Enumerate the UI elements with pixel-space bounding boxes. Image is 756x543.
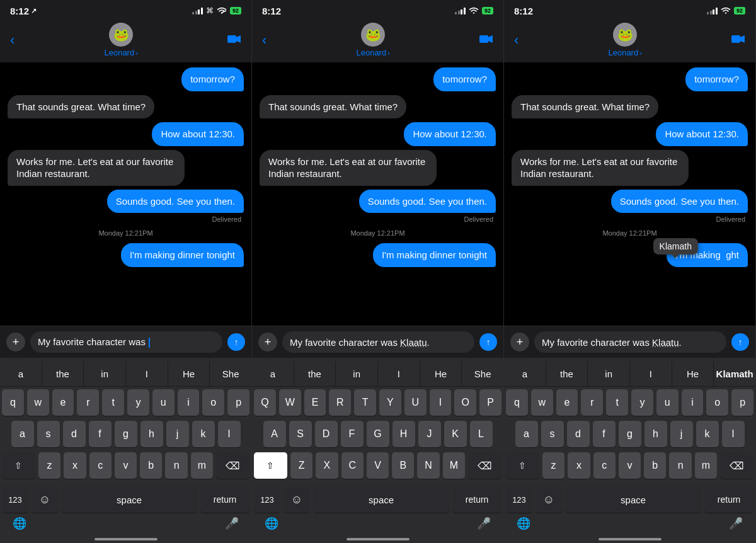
autocorrect-popup[interactable]: Klamath bbox=[653, 238, 698, 254]
num-key[interactable]: 123 bbox=[254, 486, 280, 513]
back-button-2[interactable]: ‹ bbox=[262, 32, 266, 49]
suggestion-item[interactable]: the bbox=[42, 362, 84, 386]
message-input-3[interactable]: My favorite character was Klaatu. bbox=[534, 331, 726, 353]
key-y[interactable]: y bbox=[631, 389, 653, 416]
video-call-button-2[interactable] bbox=[479, 33, 493, 47]
key-x[interactable]: x bbox=[64, 452, 86, 479]
emoji-key[interactable]: ☺ bbox=[284, 486, 310, 513]
key-E[interactable]: E bbox=[304, 389, 326, 416]
key-H[interactable]: H bbox=[392, 421, 415, 447]
key-Z[interactable]: Z bbox=[290, 452, 312, 479]
globe-icon[interactable]: 🌐 bbox=[517, 517, 530, 530]
key-I[interactable]: I bbox=[430, 389, 452, 416]
key-i[interactable]: i bbox=[178, 389, 200, 416]
shift-key[interactable]: ⇧ bbox=[254, 452, 287, 479]
key-U[interactable]: U bbox=[404, 389, 427, 416]
key-k[interactable]: k bbox=[696, 421, 719, 447]
space-key[interactable]: space bbox=[61, 486, 197, 513]
suggestion-item[interactable]: a bbox=[504, 362, 546, 386]
key-z[interactable]: z bbox=[542, 452, 564, 479]
key-a[interactable]: a bbox=[11, 421, 34, 447]
add-attachment-button-3[interactable]: + bbox=[510, 333, 529, 352]
key-G[interactable]: G bbox=[367, 421, 389, 447]
key-r[interactable]: r bbox=[77, 389, 99, 416]
suggestion-item[interactable]: I bbox=[630, 362, 672, 386]
suggestion-item[interactable]: a bbox=[0, 362, 42, 386]
key-Q[interactable]: Q bbox=[254, 389, 276, 416]
key-a[interactable]: a bbox=[515, 421, 538, 447]
key-h[interactable]: h bbox=[644, 421, 667, 447]
key-b[interactable]: b bbox=[140, 452, 162, 479]
key-R[interactable]: R bbox=[329, 389, 351, 416]
key-b[interactable]: b bbox=[644, 452, 666, 479]
back-button-3[interactable]: ‹ bbox=[514, 32, 518, 49]
mic-icon[interactable]: 🎤 bbox=[225, 517, 239, 530]
key-n[interactable]: n bbox=[669, 452, 691, 479]
key-N[interactable]: N bbox=[417, 452, 439, 479]
key-T[interactable]: T bbox=[354, 389, 376, 416]
send-button-2[interactable]: ↑ bbox=[479, 333, 497, 351]
return-key[interactable]: return bbox=[704, 486, 753, 513]
contact-header-2[interactable]: 🐸 Leonard › bbox=[356, 23, 389, 57]
key-r[interactable]: r bbox=[581, 389, 603, 416]
emoji-key[interactable]: ☺ bbox=[32, 486, 58, 513]
key-o[interactable]: o bbox=[706, 389, 728, 416]
key-s[interactable]: s bbox=[541, 421, 564, 447]
shift-key[interactable]: ⇧ bbox=[2, 452, 35, 479]
delete-key[interactable]: ⌫ bbox=[216, 452, 249, 479]
key-B[interactable]: B bbox=[392, 452, 414, 479]
mic-icon[interactable]: 🎤 bbox=[729, 517, 743, 530]
key-j[interactable]: j bbox=[166, 421, 189, 447]
delete-key[interactable]: ⌫ bbox=[468, 452, 501, 479]
suggestion-item[interactable]: He bbox=[672, 362, 714, 386]
suggestion-item[interactable]: She bbox=[462, 362, 503, 386]
key-c[interactable]: c bbox=[89, 452, 112, 479]
add-attachment-button-2[interactable]: + bbox=[258, 333, 277, 352]
suggestion-item[interactable]: in bbox=[84, 362, 126, 386]
suggestion-item[interactable]: in bbox=[588, 362, 630, 386]
num-key[interactable]: 123 bbox=[506, 486, 532, 513]
back-button-1[interactable]: ‹ bbox=[10, 32, 14, 49]
return-key[interactable]: return bbox=[200, 486, 249, 513]
key-S[interactable]: S bbox=[289, 421, 312, 447]
key-L[interactable]: L bbox=[470, 421, 493, 447]
key-e[interactable]: e bbox=[556, 389, 578, 416]
suggestion-item[interactable]: She bbox=[210, 362, 251, 386]
key-v[interactable]: v bbox=[619, 452, 641, 479]
key-i[interactable]: i bbox=[682, 389, 704, 416]
key-h[interactable]: h bbox=[140, 421, 163, 447]
message-input-2[interactable]: My favorite character was Klaatu. bbox=[282, 331, 474, 353]
video-call-button-1[interactable] bbox=[227, 33, 241, 47]
key-d[interactable]: d bbox=[567, 421, 590, 447]
key-p[interactable]: p bbox=[227, 389, 249, 416]
key-n[interactable]: n bbox=[165, 452, 187, 479]
send-button-3[interactable]: ↑ bbox=[731, 333, 749, 351]
key-u[interactable]: u bbox=[152, 389, 175, 416]
key-l[interactable]: l bbox=[722, 421, 745, 447]
shift-key[interactable]: ⇧ bbox=[506, 452, 539, 479]
key-A[interactable]: A bbox=[263, 421, 286, 447]
suggestion-item[interactable]: the bbox=[294, 362, 336, 386]
suggestion-item[interactable]: He bbox=[168, 362, 210, 386]
space-key[interactable]: space bbox=[565, 486, 701, 513]
space-key[interactable]: space bbox=[313, 486, 449, 513]
key-p[interactable]: p bbox=[731, 389, 753, 416]
video-call-button-3[interactable] bbox=[731, 33, 745, 47]
suggestion-item[interactable]: He bbox=[420, 362, 462, 386]
key-z[interactable]: z bbox=[38, 452, 60, 479]
key-w[interactable]: w bbox=[531, 389, 553, 416]
send-button-1[interactable]: ↑ bbox=[227, 333, 245, 351]
key-V[interactable]: V bbox=[367, 452, 389, 479]
return-key[interactable]: return bbox=[452, 486, 501, 513]
key-D[interactable]: D bbox=[315, 421, 338, 447]
key-e[interactable]: e bbox=[52, 389, 74, 416]
contact-header-1[interactable]: 🐸 Leonard › bbox=[104, 23, 137, 57]
key-j[interactable]: j bbox=[670, 421, 693, 447]
suggestion-item[interactable]: in bbox=[336, 362, 378, 386]
key-W[interactable]: W bbox=[279, 389, 301, 416]
globe-icon[interactable]: 🌐 bbox=[13, 517, 26, 530]
key-P[interactable]: P bbox=[479, 389, 501, 416]
key-g[interactable]: g bbox=[619, 421, 641, 447]
key-F[interactable]: F bbox=[341, 421, 364, 447]
message-input-1[interactable]: My favorite character was bbox=[30, 331, 222, 353]
